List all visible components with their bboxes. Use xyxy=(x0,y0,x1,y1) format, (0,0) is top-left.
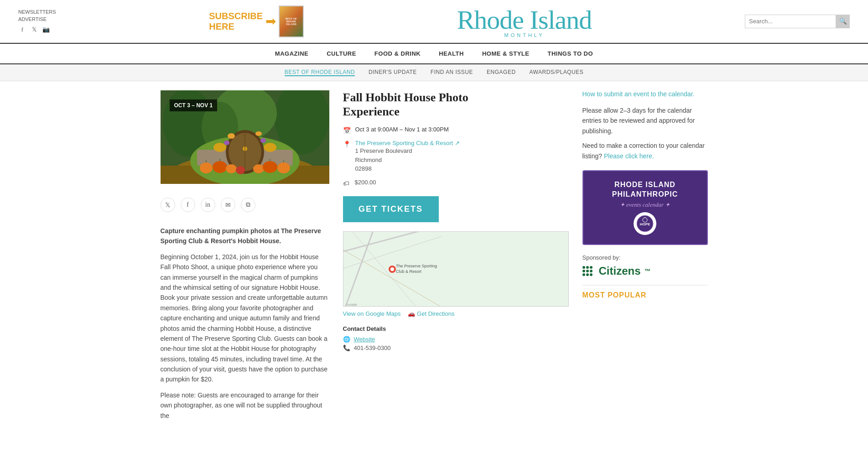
svg-point-24 xyxy=(277,162,290,173)
share-facebook[interactable]: f xyxy=(181,198,195,212)
search-area: 🔍 xyxy=(745,15,850,28)
social-icons: f 𝕏 📷 xyxy=(18,26,56,34)
right-sidebar: How to submit an event to the calendar. … xyxy=(582,90,708,426)
ticket-icon: 🏷 xyxy=(343,180,350,187)
citizens-icon xyxy=(582,266,595,276)
nav-food-drink[interactable]: FOOD & DRINK xyxy=(374,50,421,57)
svg-point-21 xyxy=(253,164,264,173)
get-directions[interactable]: 🚗 Get Directions xyxy=(408,310,454,317)
top-left-links: NEWSLETTERS ADVERTISE f 𝕏 📷 xyxy=(18,9,56,34)
facebook-icon[interactable]: f xyxy=(18,26,26,34)
event-address: 1 Preserve Boulevard Richmond 02898 xyxy=(355,146,460,173)
phone-icon: 📞 xyxy=(343,344,350,351)
subscribe-area[interactable]: SUBSCRIBE HERE ➡ BEST OFRHODEISLAND xyxy=(209,5,304,37)
svg-point-26 xyxy=(228,133,235,139)
event-date-badge: OCT 3 – NOV 1 xyxy=(170,99,218,111)
nav-health[interactable]: HEALTH xyxy=(439,50,464,57)
calendar-cta: How to submit an event to the calendar. xyxy=(582,90,708,98)
magazine-cover[interactable]: BEST OFRHODEISLAND xyxy=(279,5,304,37)
contact-phone: 401-539-0300 xyxy=(354,344,391,351)
top-bar: NEWSLETTERS ADVERTISE f 𝕏 📷 SUBSCRIBE HE… xyxy=(0,0,868,43)
svg-text:The Preserve Sporting: The Preserve Sporting xyxy=(396,264,437,268)
page-layout: OCT 3 – NOV 1 𝕏 f in ✉ ⧉ Capture enchant… xyxy=(147,81,722,435)
share-copy[interactable]: ⧉ xyxy=(241,198,255,212)
nav-magazine[interactable]: MAGAZINE xyxy=(275,50,308,57)
philanthropic-box[interactable]: RHODE ISLAND PHILANTHROPIC ✦ events cale… xyxy=(582,170,708,245)
event-title: Fall Hobbit House Photo Experience xyxy=(343,90,569,119)
logo-script: Rhode Island xyxy=(457,5,592,35)
correction-note: Need to make a correction to your calend… xyxy=(582,141,708,161)
arrow-icon: ➡ xyxy=(265,14,276,29)
event-description: Capture enchanting pumpkin photos at The… xyxy=(161,226,329,421)
citizens-logo: Citizens ™ xyxy=(582,265,708,277)
view-google-maps[interactable]: View on Google Maps xyxy=(343,310,401,317)
phil-subtitle: ✦ events calendar ✦ xyxy=(593,201,698,209)
map-svg: The Preserve Sporting Club & Resort Goog… xyxy=(343,232,568,307)
subnav-best-of[interactable]: BEST OF RHODE ISLAND xyxy=(285,69,355,76)
svg-point-20 xyxy=(236,166,245,174)
venue-link[interactable]: The Preserve Sporting Club & Resort ↗ xyxy=(355,140,460,146)
sub-nav: BEST OF RHODE ISLAND DINER'S UPDATE FIND… xyxy=(0,64,868,81)
instagram-icon[interactable]: 📷 xyxy=(42,26,50,34)
event-image: OCT 3 – NOV 1 xyxy=(161,90,329,184)
review-note: Please allow 2–3 days for the calendar e… xyxy=(582,105,708,136)
newsletters-link[interactable]: NEWSLETTERS xyxy=(18,9,56,15)
most-popular-header: MOST POPULAR xyxy=(582,285,708,299)
event-details: 📅 Oct 3 at 9:00AM – Nov 1 at 3:00PM 📍 Th… xyxy=(343,126,569,187)
svg-point-19 xyxy=(226,164,237,173)
event-price: $200.00 xyxy=(355,179,376,186)
event-price-row: 🏷 $200.00 xyxy=(343,179,569,187)
subnav-awards[interactable]: AWARDS/PLAQUES xyxy=(530,69,584,76)
correction-link[interactable]: Please click here. xyxy=(604,152,654,160)
event-image-wrap: OCT 3 – NOV 1 xyxy=(161,90,329,184)
svg-point-15 xyxy=(200,162,213,173)
advertise-link[interactable]: ADVERTISE xyxy=(18,16,56,22)
svg-text:HOPE: HOPE xyxy=(640,222,650,226)
car-icon: 🚗 xyxy=(408,310,415,317)
social-share: 𝕏 f in ✉ ⧉ xyxy=(161,193,329,217)
search-input[interactable] xyxy=(745,15,836,28)
twitter-icon[interactable]: 𝕏 xyxy=(30,26,38,34)
svg-text:Google: Google xyxy=(345,303,357,307)
subnav-engaged[interactable]: ENGAGED xyxy=(487,69,516,76)
map-placeholder: The Preserve Sporting Club & Resort Goog… xyxy=(343,231,569,307)
map-actions: View on Google Maps 🚗 Get Directions xyxy=(343,307,569,321)
svg-point-17 xyxy=(213,161,227,173)
location-icon: 📍 xyxy=(343,141,351,148)
main-nav: MAGAZINE CULTURE FOOD & DRINK HEALTH HOM… xyxy=(0,43,868,64)
description-lead: Capture enchanting pumpkin photos at The… xyxy=(161,226,329,246)
subscribe-text: SUBSCRIBE HERE xyxy=(209,11,263,32)
nav-things-to-do[interactable]: THINGS TO DO xyxy=(547,50,593,57)
event-venue-row: 📍 The Preserve Sporting Club & Resort ↗ … xyxy=(343,140,569,173)
submit-event-link[interactable]: How to submit an event to the calendar. xyxy=(582,90,695,98)
event-location: The Preserve Sporting Club & Resort ↗ 1 … xyxy=(355,140,460,173)
svg-text:Club & Resort: Club & Resort xyxy=(396,269,422,274)
subnav-find-issue[interactable]: FIND AN ISSUE xyxy=(431,69,473,76)
contact-phone-row: 📞 401-539-0300 xyxy=(343,344,569,351)
left-column: OCT 3 – NOV 1 𝕏 f in ✉ ⧉ Capture enchant… xyxy=(161,90,329,426)
map-area: The Preserve Sporting Club & Resort Goog… xyxy=(343,231,569,321)
site-logo[interactable]: Rhode Island MONTHLY xyxy=(457,5,592,38)
sponsored-by: Sponsored by: xyxy=(582,254,708,261)
get-tickets-button[interactable]: GET TICKETS xyxy=(343,196,439,222)
event-datetime-row: 📅 Oct 3 at 9:00AM – Nov 1 at 3:00PM xyxy=(343,126,569,134)
svg-point-14 xyxy=(264,143,276,152)
share-email[interactable]: ✉ xyxy=(221,198,235,212)
svg-point-28 xyxy=(224,141,229,145)
subnav-diners[interactable]: DINER'S UPDATE xyxy=(369,69,417,76)
contact-title: Contact Details xyxy=(343,325,569,332)
phil-title: RHODE ISLAND PHILANTHROPIC xyxy=(593,180,698,199)
search-button[interactable]: 🔍 xyxy=(836,15,850,28)
svg-point-22 xyxy=(263,161,277,173)
svg-point-13 xyxy=(213,143,226,152)
description-note: Please note: Guests are encouraged to ar… xyxy=(161,390,329,421)
svg-point-27 xyxy=(255,131,262,136)
share-twitter[interactable]: 𝕏 xyxy=(161,198,175,212)
hope-logo: HOPE xyxy=(634,212,656,235)
globe-icon: 🌐 xyxy=(343,336,350,343)
nav-culture[interactable]: CULTURE xyxy=(327,50,356,57)
nav-home-style[interactable]: HOME & STYLE xyxy=(482,50,530,57)
contact-website[interactable]: Website xyxy=(354,336,375,343)
calendar-icon: 📅 xyxy=(343,127,351,134)
share-linkedin[interactable]: in xyxy=(201,198,215,212)
